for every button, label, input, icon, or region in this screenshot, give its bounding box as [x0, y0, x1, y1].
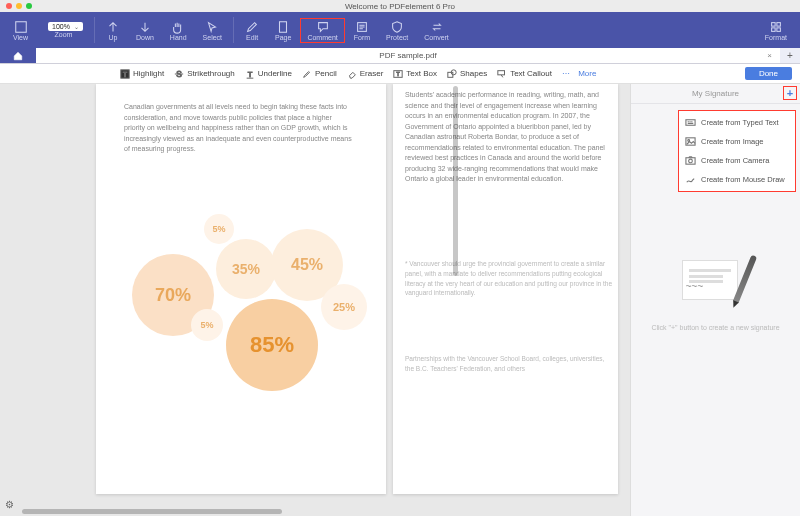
svg-rect-1 [280, 21, 287, 32]
svg-rect-5 [772, 27, 776, 31]
window-title: Welcome to PDFelement 6 Pro [0, 2, 800, 11]
body-text: Students' academic performance in readin… [405, 90, 615, 185]
pdf-page-left: Canadian governments at all levels need … [96, 84, 386, 494]
down-button[interactable]: Down [129, 18, 161, 43]
chevron-down-icon: ⌄ [74, 23, 79, 30]
shapes-icon [447, 69, 457, 79]
vertical-scrollbar[interactable] [453, 86, 458, 276]
view-label: View [13, 34, 28, 41]
keyboard-icon [685, 117, 696, 128]
camera-icon [685, 155, 696, 166]
convert-button[interactable]: Convert [417, 18, 456, 43]
svg-point-22 [689, 159, 693, 163]
highlight-icon: T [120, 69, 130, 79]
document-tab[interactable]: PDF sample.pdf × [36, 48, 780, 63]
edit-button[interactable]: Edit [238, 18, 266, 43]
svg-rect-3 [772, 22, 776, 26]
eraser-button[interactable]: Eraser [347, 69, 384, 79]
add-signature-button[interactable]: + [783, 86, 797, 100]
horizontal-scrollbar[interactable] [22, 509, 282, 514]
create-from-camera[interactable]: Create from Camera [679, 151, 795, 170]
svg-text:T: T [123, 70, 127, 77]
pdf-page-right: Students' academic performance in readin… [393, 84, 618, 494]
text-callout-button[interactable]: Text Callout [497, 69, 552, 79]
new-tab-button[interactable]: + [780, 48, 800, 63]
page-button[interactable]: Page [268, 18, 298, 43]
svg-rect-18 [686, 120, 695, 126]
close-tab-icon[interactable]: × [767, 51, 772, 60]
create-from-typed-text[interactable]: Create from Typed Text [679, 113, 795, 132]
eraser-icon [347, 69, 357, 79]
zoom-label: Zoom [55, 31, 73, 38]
svg-rect-6 [777, 27, 781, 31]
main-ribbon: View 100% ⌄ Zoom Up Down Hand Select Edi… [0, 12, 800, 48]
create-signature-menu: Create from Typed Text Create from Image… [678, 110, 796, 192]
chart-bubble: 85% [226, 299, 318, 391]
panel-title: My Signature [692, 89, 739, 98]
zoom-value: 100% [52, 23, 70, 30]
svg-rect-0 [15, 21, 26, 32]
left-gutter: ⚙ [0, 84, 18, 516]
done-button[interactable]: Done [745, 67, 792, 80]
more-dots-icon: ⋯ [562, 69, 570, 78]
svg-text:T: T [247, 69, 252, 78]
arrow-down-icon [138, 20, 152, 34]
highlight-button[interactable]: THighlight [120, 69, 164, 79]
svg-rect-17 [498, 70, 505, 74]
page-icon [276, 20, 290, 34]
signature-preview: ~~~ [676, 254, 756, 314]
panel-hint: Click "+" button to create a new signatu… [631, 324, 800, 331]
settings-gear-icon[interactable]: ⚙ [5, 499, 14, 510]
cursor-icon [205, 20, 219, 34]
image-icon [685, 136, 696, 147]
pencil-icon [245, 20, 259, 34]
tab-bar: PDF sample.pdf × + [0, 48, 800, 64]
zoom-button[interactable]: 100% ⌄ Zoom [37, 18, 90, 43]
create-from-mouse-draw[interactable]: Create from Mouse Draw [679, 170, 795, 189]
convert-icon [430, 20, 444, 34]
format-button[interactable]: Format [758, 18, 794, 43]
form-icon [355, 20, 369, 34]
create-from-image[interactable]: Create from Image [679, 132, 795, 151]
svg-text:T: T [397, 70, 400, 76]
form-button[interactable]: Form [347, 18, 377, 43]
strikethrough-icon: S [174, 69, 184, 79]
page-viewport[interactable]: Canadian governments at all levels need … [18, 84, 630, 516]
arrow-up-icon [106, 20, 120, 34]
more-button[interactable]: ⋯ More [562, 69, 596, 78]
home-button[interactable] [0, 48, 36, 63]
view-icon [14, 20, 28, 34]
body-text: * Vancouver should urge the provincial g… [405, 259, 615, 298]
zoom-select[interactable]: 100% ⌄ [48, 22, 83, 31]
up-button[interactable]: Up [99, 18, 127, 43]
body-text: Canadian governments at all levels need … [124, 102, 354, 155]
body-text: Partnerships with the Vancouver School B… [405, 354, 615, 374]
hand-button[interactable]: Hand [163, 18, 194, 43]
pencil-tool-icon [302, 69, 312, 79]
shield-icon [390, 20, 404, 34]
comment-icon [316, 20, 330, 34]
comment-button[interactable]: Comment [300, 18, 344, 43]
textbox-icon: T [393, 69, 403, 79]
svg-rect-4 [777, 22, 781, 26]
titlebar: Welcome to PDFelement 6 Pro [0, 0, 800, 12]
underline-icon: T [245, 69, 255, 79]
workspace: ⚙ Canadian governments at all levels nee… [0, 84, 800, 516]
chart-bubble: 5% [191, 309, 223, 341]
tab-label: PDF sample.pdf [379, 51, 436, 60]
select-button[interactable]: Select [196, 18, 229, 43]
protect-button[interactable]: Protect [379, 18, 415, 43]
view-button[interactable]: View [6, 18, 35, 43]
callout-icon [497, 69, 507, 79]
pencil-button[interactable]: Pencil [302, 69, 337, 79]
strikethrough-button[interactable]: SStrikethrough [174, 69, 235, 79]
underline-button[interactable]: TUnderline [245, 69, 292, 79]
signature-card-graphic [682, 260, 738, 300]
format-icon [769, 20, 783, 34]
textbox-button[interactable]: TText Box [393, 69, 437, 79]
shapes-button[interactable]: Shapes [447, 69, 487, 79]
hand-icon [171, 20, 185, 34]
panel-header: My Signature + [631, 84, 800, 104]
draw-icon [685, 174, 696, 185]
signature-panel: My Signature + Create from Typed Text Cr… [630, 84, 800, 516]
